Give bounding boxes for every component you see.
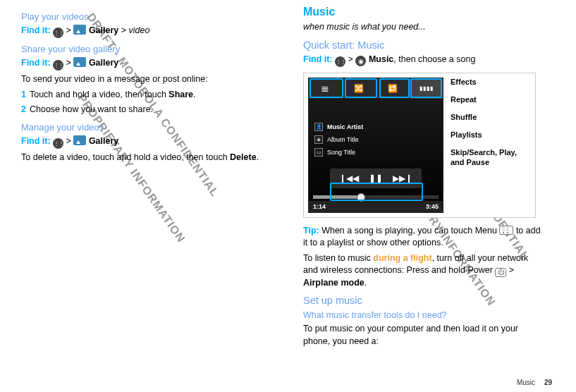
- findit-label: Find it:: [21, 25, 51, 35]
- delete-post: .: [257, 152, 259, 162]
- flight-link[interactable]: during a flight: [373, 253, 431, 263]
- step1-bold: Share: [168, 90, 193, 99]
- time-total: 3:45: [426, 203, 439, 210]
- find-post: , then choose a song: [393, 54, 475, 64]
- airplane-mode-text: Airplane mode: [303, 278, 364, 288]
- tip-text-1: When a song is playing, you can touch Me…: [319, 226, 500, 235]
- album-icon: ◉: [314, 135, 323, 144]
- prev-button[interactable]: ❙◀◀: [339, 173, 359, 183]
- music-text: Music: [369, 54, 393, 64]
- flight-pre: To listen to music: [303, 253, 373, 263]
- pause-button[interactable]: ❚❚: [369, 173, 383, 183]
- music-player: 👤Music Artist ◉Album Title ▭Song Title ❙…: [308, 78, 443, 213]
- share-steps: 1Touch and hold a video, then touch Shar…: [21, 89, 275, 116]
- player-topbar: [309, 78, 443, 99]
- findit-label: Find it:: [21, 58, 51, 68]
- footer-section: Music: [517, 379, 535, 386]
- gallery-text: Gallery: [89, 25, 118, 35]
- delete-bold: Delete: [230, 152, 257, 162]
- tip-paragraph: Tip: When a song is playing, you can tou…: [303, 225, 543, 250]
- music-app-icon: [355, 56, 366, 66]
- flight-post: .: [364, 278, 367, 288]
- artist-name: Music Artist: [327, 123, 363, 130]
- callout-shuffle: Shuffle: [451, 113, 531, 122]
- callout-skip: Skip/Search, Play, and Pause: [451, 148, 531, 168]
- player-bottom: ❙◀◀ ❚❚ ▶▶❙ 1:14 3:45: [309, 169, 443, 212]
- gallery-icon: [73, 25, 86, 35]
- playlists-button[interactable]: [309, 78, 343, 99]
- step-number: 1: [21, 90, 26, 99]
- gallery-icon: [73, 57, 86, 67]
- repeat-button[interactable]: [376, 78, 410, 99]
- apps-icon: [53, 60, 63, 71]
- delete-pre: To delete a video, touch and hold a vide…: [21, 152, 230, 162]
- apps-icon: [335, 56, 345, 67]
- heading-share-gallery: Share your video gallery: [21, 44, 275, 54]
- video-text: video: [129, 25, 150, 35]
- menu-icon: [499, 226, 513, 235]
- delete-text: To delete a video, touch and hold a vide…: [21, 152, 275, 164]
- findit-label: Find it:: [21, 136, 51, 146]
- power-icon: [495, 268, 506, 277]
- callout-repeat: Repeat: [451, 95, 531, 104]
- heading-setup-music: Set up music: [303, 295, 543, 306]
- artist-icon: 👤: [314, 123, 323, 131]
- share-step-2: 2Choose how you want to share.: [21, 104, 275, 116]
- footer-page-number: 29: [544, 379, 552, 386]
- tip-label: Tip:: [303, 226, 319, 235]
- callout-effects: Effects: [451, 78, 531, 87]
- song-title: Song Title: [327, 149, 355, 156]
- time-elapsed: 1:14: [313, 203, 326, 210]
- shuffle-button[interactable]: [343, 78, 376, 99]
- heading-play-videos: Play your videos: [21, 11, 275, 22]
- findit-manage: Find it: > Gallery: [21, 135, 275, 149]
- gallery-text: Gallery: [89, 58, 118, 68]
- album-title: Album Title: [327, 136, 359, 143]
- callout-labels: Effects Repeat Shuffle Playlists Skip/Se…: [451, 78, 531, 176]
- share-step-1: 1Touch and hold a video, then touch Shar…: [21, 89, 275, 102]
- music-subtitle: when music is what you need...: [303, 21, 543, 34]
- apps-icon: [53, 138, 63, 149]
- next-button[interactable]: ▶▶❙: [393, 173, 412, 183]
- page-content: Play your videos Find it: > Gallery > vi…: [0, 0, 576, 356]
- heading-music: Music: [303, 6, 543, 18]
- step2-text: Choose how you want to share.: [30, 104, 153, 114]
- player-figure: 👤Music Artist ◉Album Title ▭Song Title ❙…: [303, 73, 536, 218]
- findit-play: Find it: > Gallery > video: [21, 25, 275, 38]
- flight-paragraph: To listen to music during a flight, turn…: [303, 252, 543, 290]
- heading-manage-videos: Manage your videos: [21, 122, 275, 133]
- callout-playlists: Playlists: [451, 130, 531, 140]
- effects-button[interactable]: [410, 78, 443, 99]
- gallery-icon: [73, 135, 86, 145]
- time-row: 1:14 3:45: [309, 201, 443, 212]
- step-number: 2: [21, 104, 26, 114]
- share-intro: To send your video in a message or post …: [21, 73, 275, 86]
- right-column: Music when music is what you need... Qui…: [303, 6, 543, 350]
- gallery-text: Gallery: [89, 136, 118, 146]
- heading-transfer-tools: What music transfer tools do I need?: [303, 310, 543, 320]
- findit-share: Find it: > Gallery: [21, 57, 275, 71]
- step1-post: .: [193, 90, 195, 99]
- findit-music: Find it: > Music, then choose a song: [303, 54, 543, 67]
- findit-label: Find it:: [303, 54, 333, 64]
- apps-icon: [53, 27, 63, 38]
- progress-slider[interactable]: [313, 195, 439, 199]
- heading-quick-start: Quick start: Music: [303, 39, 543, 51]
- song-icon: ▭: [314, 148, 323, 157]
- player-controls: ❙◀◀ ❚❚ ▶▶❙: [330, 169, 422, 188]
- step1-pre: Touch and hold a video, then touch: [30, 90, 168, 99]
- left-column: Play your videos Find it: > Gallery > vi…: [21, 6, 275, 350]
- tools-text: To put music on your computer and then l…: [303, 323, 543, 348]
- player-metadata: 👤Music Artist ◉Album Title ▭Song Title: [309, 121, 443, 159]
- page-footer: Music 29: [517, 379, 552, 386]
